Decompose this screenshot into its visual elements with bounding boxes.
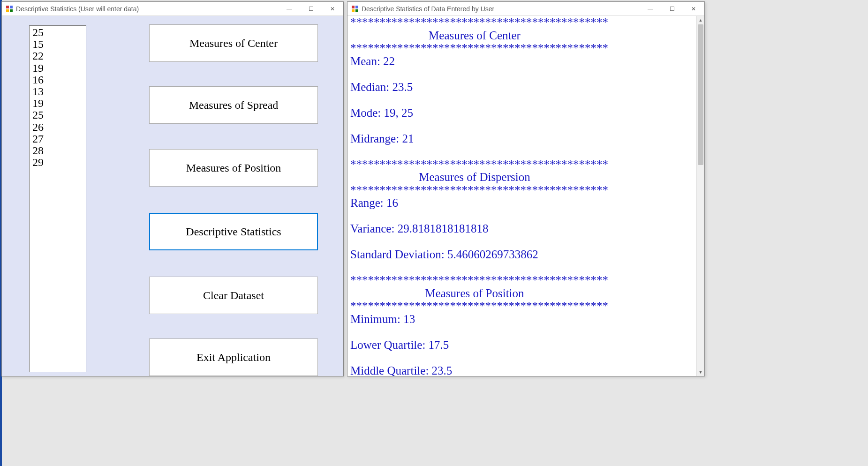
button-label: Exit Application	[196, 351, 271, 364]
input-client-area: 251522191613192526272829 Measures of Cen…	[2, 16, 343, 376]
output-client-area: ****************************************…	[347, 16, 704, 376]
svg-rect-6	[352, 9, 355, 12]
stat-middle-quartile-partial: Middle Quartile: 23.5	[350, 364, 694, 376]
svg-rect-5	[355, 6, 358, 8]
vertical-scrollbar[interactable]: ▲ ▼	[696, 16, 704, 376]
stat-stddev: Standard Deviation: 5.46060269733862	[350, 248, 694, 261]
section-header: Measures of Position	[350, 287, 599, 300]
window-controls-left: — ☐ ✕	[279, 2, 343, 15]
list-item[interactable]: 29	[32, 157, 83, 168]
list-item[interactable]: 13	[32, 86, 83, 98]
separator-line: ****************************************…	[350, 274, 694, 287]
measures-of-spread-button[interactable]: Measures of Spread	[149, 86, 318, 124]
window-title-right: Descriptive Statistics of Data Entered b…	[362, 5, 640, 13]
titlebar-left[interactable]: Descriptive Statistics (User will enter …	[2, 2, 343, 16]
svg-rect-1	[10, 6, 13, 8]
list-item[interactable]: 27	[32, 133, 83, 145]
output-window: Descriptive Statistics of Data Entered b…	[347, 1, 705, 376]
separator-line: ****************************************…	[350, 16, 694, 29]
dataset-listbox[interactable]: 251522191613192526272829	[29, 25, 86, 372]
list-item[interactable]: 15	[32, 38, 83, 50]
clear-dataset-button[interactable]: Clear Dataset	[149, 277, 318, 314]
scrollbar-thumb[interactable]	[698, 24, 703, 165]
descriptive-statistics-button[interactable]: Descriptive Statistics	[149, 213, 318, 250]
svg-rect-3	[10, 9, 13, 12]
section-header: Measures of Dispersion	[350, 171, 599, 184]
stat-median: Median: 23.5	[350, 81, 694, 94]
measures-of-center-button[interactable]: Measures of Center	[149, 24, 318, 62]
list-item[interactable]: 16	[32, 74, 83, 86]
separator-line: ****************************************…	[350, 158, 694, 171]
measures-of-position-button[interactable]: Measures of Position	[149, 149, 318, 187]
minimize-button[interactable]: —	[640, 2, 661, 15]
svg-rect-0	[6, 6, 9, 8]
maximize-button[interactable]: ☐	[300, 2, 322, 15]
button-label: Descriptive Statistics	[186, 225, 281, 238]
desktop-background-sliver	[344, 0, 347, 466]
button-label: Measures of Position	[186, 162, 281, 174]
stat-variance: Variance: 29.8181818181818	[350, 222, 694, 235]
stat-mode: Mode: 19, 25	[350, 106, 694, 120]
svg-rect-4	[352, 6, 355, 8]
stat-midrange: Midrange: 21	[350, 132, 694, 145]
button-label: Clear Dataset	[203, 289, 264, 302]
app-icon	[351, 5, 359, 13]
close-button[interactable]: ✕	[322, 2, 343, 15]
scrollbar-up-arrow-icon[interactable]: ▲	[697, 16, 704, 24]
output-textbox[interactable]: ****************************************…	[347, 16, 696, 376]
scrollbar-down-arrow-icon[interactable]: ▼	[697, 368, 704, 376]
list-item[interactable]: 28	[32, 145, 83, 157]
stat-range: Range: 16	[350, 196, 694, 210]
close-button[interactable]: ✕	[683, 2, 704, 15]
button-label: Measures of Center	[189, 37, 278, 50]
section-header: Measures of Center	[350, 29, 599, 42]
separator-line: ****************************************…	[350, 42, 694, 55]
separator-line: ****************************************…	[350, 184, 694, 197]
button-label: Measures of Spread	[189, 99, 279, 112]
maximize-button[interactable]: ☐	[661, 2, 683, 15]
list-item[interactable]: 26	[32, 121, 83, 133]
list-item[interactable]: 19	[32, 62, 83, 74]
window-controls-right: — ☐ ✕	[640, 2, 704, 15]
list-item[interactable]: 22	[32, 50, 83, 62]
exit-application-button[interactable]: Exit Application	[149, 338, 318, 376]
stat-mean: Mean: 22	[350, 55, 694, 68]
input-window: Descriptive Statistics (User will enter …	[1, 1, 344, 376]
separator-line: ****************************************…	[350, 300, 694, 313]
app-icon	[6, 5, 13, 13]
titlebar-right[interactable]: Descriptive Statistics of Data Entered b…	[347, 2, 704, 16]
window-title-left: Descriptive Statistics (User will enter …	[16, 5, 279, 13]
minimize-button[interactable]: —	[279, 2, 300, 15]
list-item[interactable]: 25	[32, 27, 83, 38]
stat-minimum: Minimum: 13	[350, 313, 694, 326]
svg-rect-2	[6, 9, 9, 12]
list-item[interactable]: 25	[32, 109, 83, 121]
svg-rect-7	[355, 9, 358, 12]
list-item[interactable]: 19	[32, 98, 83, 109]
stat-lower-quartile: Lower Quartile: 17.5	[350, 338, 694, 352]
